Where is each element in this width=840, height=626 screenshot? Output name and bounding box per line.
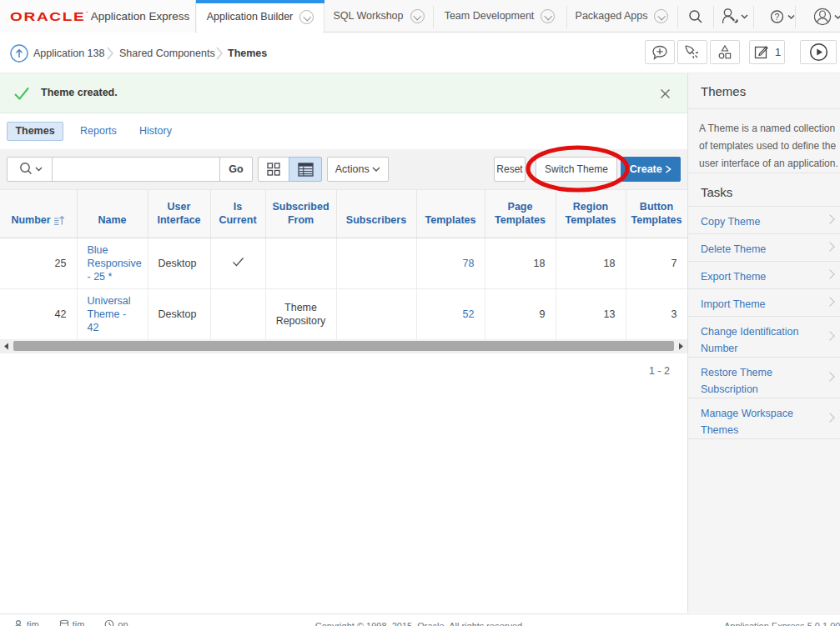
- svg-text:?: ?: [775, 12, 780, 22]
